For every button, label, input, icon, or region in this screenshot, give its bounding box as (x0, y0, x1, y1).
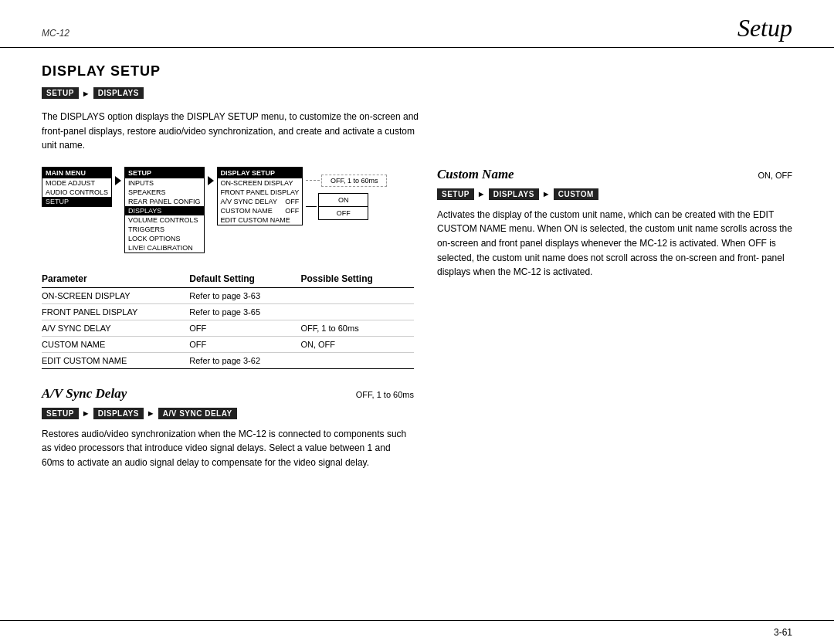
display-item-avsync: A/V SYNC DELAYOFF (218, 197, 303, 206)
setup-item-inputs: INPUTS (125, 178, 204, 188)
av-sync-text: Restores audio/video synchronization whe… (42, 427, 414, 470)
bc-arrow-5: ► (477, 189, 486, 198)
param-default: Refer to page 3-65 (189, 303, 300, 320)
bc-arrow-4: ► (147, 408, 155, 418)
param-possible (300, 287, 414, 303)
main-menu-item-audio: AUDIO CONTROLS (42, 188, 111, 197)
table-row: CUSTOM NAME OFF ON, OFF (42, 336, 414, 352)
on-off-boxes: ON OFF (318, 193, 368, 220)
menu-diagram: MAIN MENU MODE ADJUST AUDIO CONTROLS SET… (42, 167, 414, 253)
setup-item-displays: DISPLAYS (125, 206, 204, 215)
bc-avsync: A/V SYNC DELAY (158, 408, 237, 419)
col-parameter: Parameter (42, 270, 189, 288)
main-menu-box: MAIN MENU MODE ADJUST AUDIO CONTROLS SET… (42, 167, 112, 207)
table-row: A/V SYNC DELAY OFF OFF, 1 to 60ms (42, 320, 414, 336)
setup-menu-header: SETUP (125, 168, 204, 178)
col-possible: Possible Setting (300, 270, 414, 288)
table-row: EDIT CUSTOM NAME Refer to page 3-62 (42, 352, 414, 368)
display-setup-box: DISPLAY SETUP ON-SCREEN DISPLAY FRONT PA… (217, 167, 303, 225)
display-item-front: FRONT PANEL DISPLAY (218, 188, 303, 197)
page-header: MC-12 Setup (0, 0, 834, 48)
table-body: ON-SCREEN DISPLAY Refer to page 3-63 FRO… (42, 287, 414, 368)
display-setup-header: DISPLAY SETUP (218, 168, 303, 178)
custom-name-text: Activates the display of the custom unit… (437, 208, 792, 280)
setup-item-triggers: TRIGGERS (125, 225, 204, 234)
av-sync-section-heading: A/V Sync Delay OFF, 1 to 60ms (42, 386, 414, 402)
arrow-right-icon-2 (208, 176, 214, 185)
setup-item-lock: LOCK OPTIONS (125, 234, 204, 243)
display-item-custom: CUSTOM NAMEOFF (218, 206, 303, 215)
left-column: MAIN MENU MODE ADJUST AUDIO CONTROLS SET… (42, 167, 414, 470)
intro-text: The DISPLAYS option displays the DISPLAY… (42, 110, 420, 153)
right-column: Custom Name ON, OFF SETUP ► DISPLAYS ► C… (437, 167, 792, 470)
setup-menu-box: SETUP INPUTS SPEAKERS REAR PANEL CONFIG … (124, 167, 205, 253)
setup-item-volume: VOLUME CONTROLS (125, 215, 204, 225)
arrow-2 (208, 167, 214, 185)
arrow-right-icon-1 (115, 176, 121, 185)
breadcrumb-arrow-1: ► (82, 89, 90, 98)
page-container: MC-12 Setup Display Setup SETUP ► DISPLA… (0, 0, 834, 644)
solid-boxes-area: ON OFF (306, 193, 368, 220)
bc-setup-3: SETUP (437, 188, 474, 200)
main-menu-header: MAIN MENU (42, 168, 111, 178)
model-number: MC-12 (42, 28, 70, 39)
av-sync-breadcrumb: SETUP ► DISPLAYS ► A/V SYNC DELAY (42, 408, 414, 419)
param-possible (300, 303, 414, 320)
param-possible (300, 352, 414, 368)
param-name: EDIT CUSTOM NAME (42, 352, 189, 368)
dotted-arrow-area: OFF, 1 to 60ms (306, 175, 387, 187)
param-possible: OFF, 1 to 60ms (300, 320, 414, 336)
bc-displays-3: DISPLAYS (489, 188, 539, 200)
param-name: CUSTOM NAME (42, 336, 189, 352)
page-title-header: Setup (737, 14, 792, 42)
on-box: ON (318, 193, 368, 206)
param-name: FRONT PANEL DISPLAY (42, 303, 189, 320)
display-item-onscreen: ON-SCREEN DISPLAY (218, 178, 303, 188)
table-row: FRONT PANEL DISPLAY Refer to page 3-65 (42, 303, 414, 320)
custom-name-setting: ON, OFF (758, 171, 792, 180)
table-header-row: Parameter Default Setting Possible Setti… (42, 270, 414, 288)
bc-custom: CUSTOM (554, 188, 598, 200)
custom-name-breadcrumb: SETUP ► DISPLAYS ► CUSTOM (437, 188, 792, 200)
param-name: A/V SYNC DELAY (42, 320, 189, 336)
custom-name-section-heading: Custom Name ON, OFF (437, 167, 792, 182)
page-breadcrumb: SETUP ► DISPLAYS (42, 87, 792, 99)
custom-name-title: Custom Name (437, 167, 514, 182)
right-diagram-area: OFF, 1 to 60ms ON OFF (306, 167, 387, 220)
breadcrumb-setup: SETUP (42, 87, 79, 99)
bc-arrow-3: ► (82, 408, 90, 418)
param-possible: ON, OFF (300, 336, 414, 352)
main-menu-item-mode: MODE ADJUST (42, 178, 111, 188)
table-row: ON-SCREEN DISPLAY Refer to page 3-63 (42, 287, 414, 303)
setup-item-live: LIVE! CALIBRATION (125, 243, 204, 253)
page-footer: 3-61 (0, 620, 834, 644)
breadcrumb-displays: DISPLAYS (93, 87, 144, 99)
col-default: Default Setting (189, 270, 300, 288)
main-content: Display Setup SETUP ► DISPLAYS The DISPL… (0, 48, 834, 486)
param-name: ON-SCREEN DISPLAY (42, 287, 189, 303)
param-default: Refer to page 3-62 (189, 352, 300, 368)
display-setup-title: Display Setup (42, 63, 792, 80)
parameter-table: Parameter Default Setting Possible Setti… (42, 270, 414, 369)
main-menu-item-setup: SETUP (42, 197, 111, 206)
display-item-edit: EDIT CUSTOM NAME (218, 215, 303, 225)
page-number: 3-61 (774, 627, 792, 638)
param-default: OFF (189, 320, 300, 336)
bc-displays-2: DISPLAYS (93, 408, 144, 419)
solid-line (306, 206, 317, 207)
setup-item-rear: REAR PANEL CONFIG (125, 197, 204, 206)
two-column-layout: MAIN MENU MODE ADJUST AUDIO CONTROLS SET… (42, 167, 792, 470)
bc-setup-2: SETUP (42, 408, 79, 419)
off-box: OFF (318, 206, 368, 220)
param-default: OFF (189, 336, 300, 352)
dotted-value-box: OFF, 1 to 60ms (321, 175, 387, 187)
bc-arrow-6: ► (542, 189, 551, 198)
setup-item-speakers: SPEAKERS (125, 188, 204, 197)
table-header: Parameter Default Setting Possible Setti… (42, 270, 414, 288)
param-default: Refer to page 3-63 (189, 287, 300, 303)
av-sync-title: A/V Sync Delay (42, 386, 127, 402)
dashed-line-1 (306, 180, 320, 181)
av-sync-setting: OFF, 1 to 60ms (356, 390, 414, 399)
arrow-1 (115, 167, 121, 185)
